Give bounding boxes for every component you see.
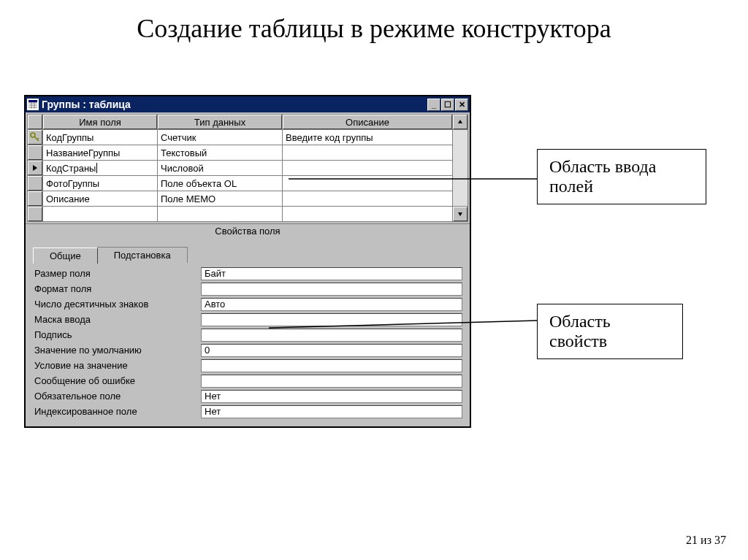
col-header-name[interactable]: Имя поля — [43, 115, 157, 129]
titlebar[interactable]: Группы : таблица _ ☐ ✕ — [26, 96, 470, 112]
svg-marker-12 — [458, 212, 462, 216]
prop-value[interactable] — [201, 375, 462, 388]
row-selector-header — [28, 115, 42, 129]
properties-section-label: Свойства поля — [26, 223, 470, 238]
field-desc-cell[interactable] — [283, 161, 452, 175]
svg-rect-1 — [28, 100, 37, 102]
field-desc-cell[interactable] — [283, 191, 452, 206]
prop-value[interactable]: Байт — [201, 267, 462, 280]
field-name-cell[interactable]: Описание — [43, 191, 157, 206]
prop-label: Сообщение об ошибке — [33, 375, 201, 386]
row-selector[interactable] — [28, 130, 42, 145]
properties-pane: Размер поляБайт Формат поля Число десяти… — [33, 266, 462, 419]
field-name-cell[interactable]: НазваниеГруппы — [43, 145, 157, 160]
field-name-cell[interactable]: ФотоГруппы — [43, 176, 157, 191]
field-type-cell[interactable]: Счетчик — [158, 130, 282, 145]
maximize-button[interactable]: ☐ — [441, 99, 454, 111]
col-header-type[interactable]: Тип данных — [158, 115, 282, 129]
slide-title: Создание таблицы в режиме конструктора — [0, 0, 748, 51]
scroll-down-button[interactable] — [453, 207, 468, 221]
field-type-cell[interactable]: Текстовый — [158, 145, 282, 160]
field-desc-cell[interactable] — [283, 145, 452, 160]
svg-marker-11 — [33, 165, 37, 171]
row-selector[interactable] — [28, 191, 42, 206]
leader-line — [289, 177, 538, 185]
prop-value[interactable] — [201, 359, 462, 372]
prop-label: Размер поля — [33, 268, 201, 279]
close-button[interactable]: ✕ — [455, 99, 468, 111]
row-selector[interactable] — [28, 145, 42, 160]
prop-value[interactable]: Нет — [201, 405, 462, 418]
field-desc-cell[interactable]: Введите код группы — [283, 130, 452, 145]
row-selector[interactable] — [28, 161, 42, 175]
tabs: Общие Подстановка — [26, 238, 470, 266]
key-icon — [30, 132, 40, 142]
scroll-up-button[interactable] — [453, 115, 468, 129]
table-designer-window: Группы : таблица _ ☐ ✕ Имя поля Тип данн… — [24, 95, 471, 428]
prop-value[interactable] — [201, 283, 462, 296]
prop-label: Условие на значение — [33, 360, 201, 371]
tab-general[interactable]: Общие — [33, 248, 98, 264]
prop-label: Значение по умолчанию — [33, 345, 201, 356]
prop-value[interactable]: Авто — [201, 298, 462, 311]
page-number: 21 из 37 — [686, 534, 726, 547]
prop-label: Подпись — [33, 329, 201, 340]
prop-label: Индексированное поле — [33, 406, 201, 417]
current-row-icon — [31, 164, 39, 172]
row-selector[interactable] — [28, 207, 42, 221]
prop-value[interactable]: Нет — [201, 390, 462, 403]
field-name-cell[interactable] — [43, 207, 157, 221]
prop-label: Обязательное поле — [33, 391, 201, 402]
field-type-cell[interactable]: Поле МЕМО — [158, 191, 282, 206]
svg-line-14 — [269, 321, 538, 328]
field-type-cell[interactable]: Числовой — [158, 161, 282, 175]
table-icon — [27, 99, 39, 110]
field-type-cell[interactable] — [158, 207, 282, 221]
leader-line — [269, 318, 538, 332]
col-header-desc[interactable]: Описание — [283, 115, 452, 129]
field-desc-cell[interactable] — [283, 207, 452, 221]
prop-label: Формат поля — [33, 283, 201, 294]
row-selector[interactable] — [28, 176, 42, 191]
scrollbar-track[interactable] — [453, 130, 468, 206]
field-name-cell[interactable]: КодСтраны — [43, 161, 157, 175]
prop-label: Маска ввода — [33, 314, 201, 325]
minimize-button[interactable]: _ — [427, 99, 440, 111]
prop-label: Число десятичных знаков — [33, 299, 201, 310]
window-title: Группы : таблица — [42, 99, 427, 110]
field-type-cell[interactable]: Поле объекта OL — [158, 176, 282, 191]
svg-line-10 — [37, 138, 39, 139]
prop-value[interactable]: 0 — [201, 344, 462, 357]
field-name-cell[interactable]: КодГруппы — [43, 130, 157, 145]
callout-props: Область свойств — [537, 304, 683, 359]
fields-grid[interactable]: Имя поля Тип данных Описание КодГруппы С… — [27, 114, 468, 222]
tab-lookup[interactable]: Подстановка — [97, 247, 188, 263]
callout-fields: Область ввода полей — [537, 149, 706, 204]
svg-marker-7 — [458, 120, 462, 123]
